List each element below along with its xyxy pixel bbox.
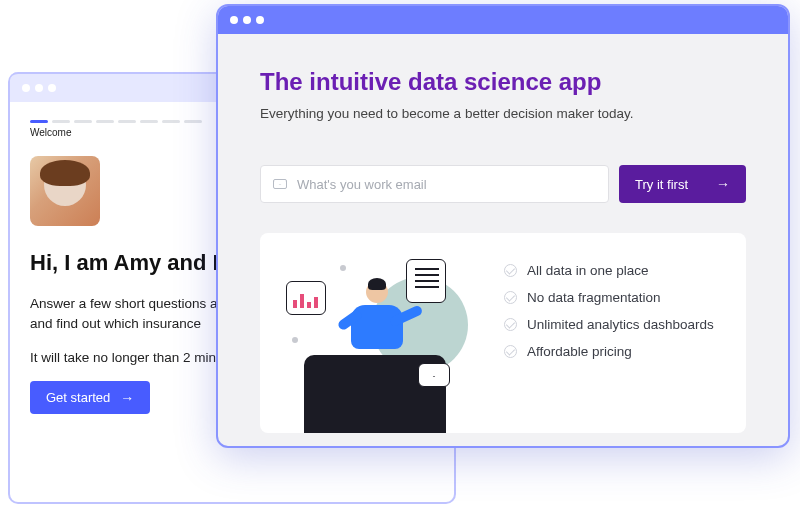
feature-item: Unlimited analytics dashboards bbox=[504, 317, 720, 332]
mail-icon bbox=[273, 179, 287, 189]
landing-title: The intuitive data science app bbox=[260, 68, 746, 96]
traffic-light-dot bbox=[256, 16, 264, 24]
feature-item: Affordable pricing bbox=[504, 344, 720, 359]
chart-icon bbox=[286, 281, 326, 315]
traffic-light-dot bbox=[243, 16, 251, 24]
feature-item: No data fragmentation bbox=[504, 290, 720, 305]
document-icon bbox=[406, 259, 446, 303]
email-field[interactable] bbox=[297, 177, 596, 192]
check-icon bbox=[504, 264, 517, 277]
arrow-right-icon: → bbox=[716, 177, 730, 191]
avatar bbox=[30, 156, 100, 226]
feature-panel: All data in one place No data fragmentat… bbox=[260, 233, 746, 433]
check-icon bbox=[504, 291, 517, 304]
check-icon bbox=[504, 318, 517, 331]
window-landing: The intuitive data science app Everythin… bbox=[216, 4, 790, 448]
envelope-icon bbox=[418, 363, 450, 387]
landing-subtitle: Everything you need to become a better d… bbox=[260, 106, 746, 121]
get-started-label: Get started bbox=[46, 390, 110, 405]
try-it-first-button[interactable]: Try it first → bbox=[619, 165, 746, 203]
traffic-light-dot bbox=[35, 84, 43, 92]
check-icon bbox=[504, 345, 517, 358]
email-input-wrapper[interactable] bbox=[260, 165, 609, 203]
features-list: All data in one place No data fragmentat… bbox=[504, 255, 720, 433]
hero-illustration bbox=[286, 255, 476, 433]
get-started-button[interactable]: Get started → bbox=[30, 381, 150, 414]
email-signup-row: Try it first → bbox=[260, 165, 746, 203]
feature-item: All data in one place bbox=[504, 263, 720, 278]
traffic-light-dot bbox=[230, 16, 238, 24]
try-it-first-label: Try it first bbox=[635, 177, 688, 192]
titlebar-front bbox=[218, 6, 788, 34]
traffic-light-dot bbox=[22, 84, 30, 92]
arrow-right-icon: → bbox=[120, 391, 134, 405]
traffic-light-dot bbox=[48, 84, 56, 92]
